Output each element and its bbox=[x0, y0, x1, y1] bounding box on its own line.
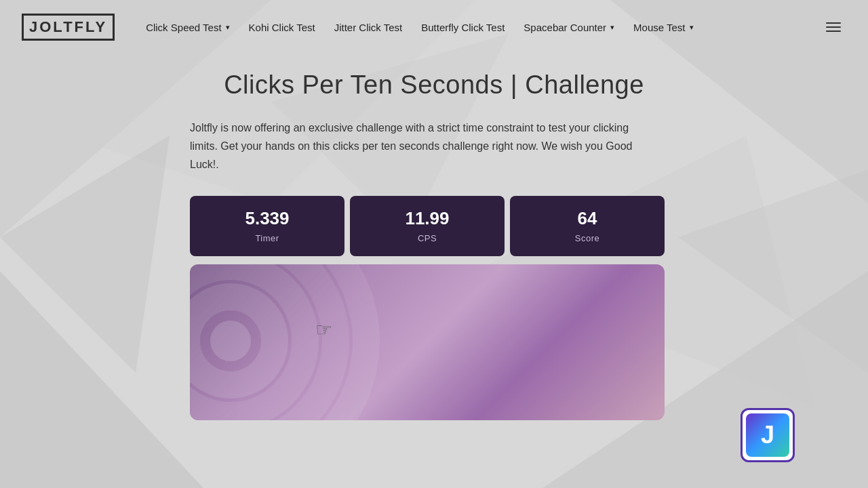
floating-app-icon[interactable]: J bbox=[741, 408, 795, 462]
score-value: 64 bbox=[526, 208, 648, 229]
chevron-down-icon-3: ▾ bbox=[690, 23, 694, 32]
hamburger-menu-button[interactable] bbox=[821, 17, 846, 37]
chevron-down-icon: ▾ bbox=[226, 23, 230, 32]
cps-value: 11.99 bbox=[366, 208, 488, 229]
hamburger-line-2 bbox=[826, 26, 841, 28]
chevron-down-icon-2: ▾ bbox=[610, 23, 614, 32]
score-stat-card: 64 Score bbox=[510, 196, 665, 256]
nav-butterfly-click-test[interactable]: Butterfly Click Test bbox=[412, 16, 514, 39]
click-area[interactable]: ☞ bbox=[190, 264, 665, 420]
nav-links: Click Speed Test ▾ Kohi Click Test Jitte… bbox=[136, 16, 821, 39]
nav-jitter-click-test[interactable]: Jitter Click Test bbox=[325, 16, 412, 39]
stats-row: 5.339 Timer 11.99 CPS 64 Score bbox=[190, 196, 665, 256]
hamburger-line-3 bbox=[826, 30, 841, 32]
nav-mouse-test[interactable]: Mouse Test ▾ bbox=[624, 16, 703, 39]
cps-label: CPS bbox=[418, 233, 437, 243]
cps-stat-card: 11.99 CPS bbox=[350, 196, 505, 256]
page-title: Clicks Per Ten Seconds | Challenge bbox=[190, 70, 678, 100]
timer-label: Timer bbox=[255, 233, 279, 243]
main-content: Clicks Per Ten Seconds | Challenge Joltf… bbox=[176, 54, 692, 420]
timer-stat-card: 5.339 Timer bbox=[190, 196, 344, 256]
app-icon-letter: J bbox=[746, 413, 789, 457]
navigation: JOLTFLY Click Speed Test ▾ Kohi Click Te… bbox=[0, 0, 868, 54]
score-label: Score bbox=[575, 233, 599, 243]
hamburger-line-1 bbox=[826, 22, 841, 24]
nav-spacebar-counter[interactable]: Spacebar Counter ▾ bbox=[514, 16, 624, 39]
timer-value: 5.339 bbox=[206, 208, 328, 229]
nav-kohi-click-test[interactable]: Kohi Click Test bbox=[239, 16, 325, 39]
page-description: Joltfly is now offering an exclusive cha… bbox=[190, 119, 651, 174]
circles-decoration bbox=[190, 264, 448, 420]
logo[interactable]: JOLTFLY bbox=[22, 14, 115, 41]
nav-click-speed-test[interactable]: Click Speed Test ▾ bbox=[136, 16, 239, 39]
svg-point-13 bbox=[210, 321, 251, 361]
